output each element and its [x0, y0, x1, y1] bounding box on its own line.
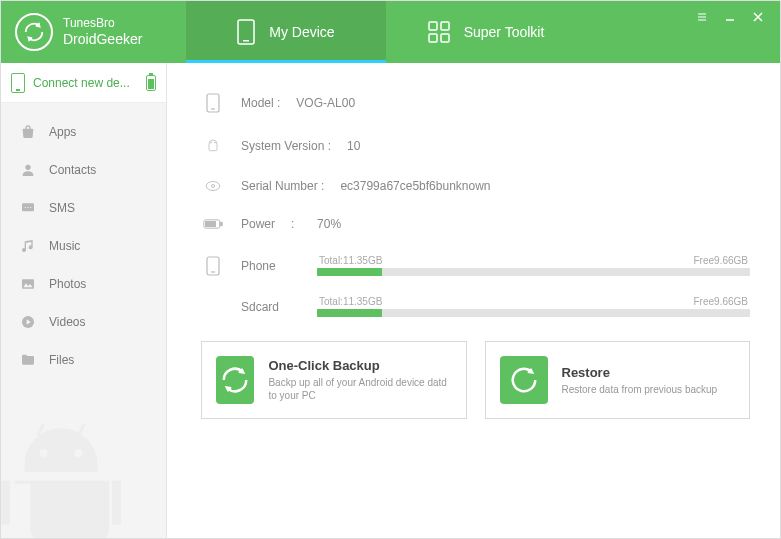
svg-point-9	[27, 207, 28, 208]
sidebar-item-apps[interactable]: Apps	[1, 113, 166, 151]
sidebar-item-contacts[interactable]: Contacts	[1, 151, 166, 189]
storage-sdcard-name: Sdcard	[241, 300, 301, 314]
info-row-serial: Serial Number ec3799a67ce5bf6bunknown	[201, 179, 750, 193]
battery-icon	[146, 75, 156, 91]
svg-point-20	[215, 142, 216, 143]
sidebar-item-photos[interactable]: Photos	[1, 265, 166, 303]
storage-sdcard-bar	[317, 309, 750, 317]
main-content: Model VOG-AL00 System Version 10 Serial …	[167, 63, 780, 538]
sidebar-label: Apps	[49, 125, 76, 139]
brand-logo-icon	[15, 13, 53, 51]
svg-rect-4	[429, 34, 437, 42]
person-icon	[19, 161, 37, 179]
tab-super-toolkit[interactable]: Super Toolkit	[386, 1, 586, 63]
sidebar-label: SMS	[49, 201, 75, 215]
info-row-system: System Version 10	[201, 137, 750, 155]
music-icon	[19, 237, 37, 255]
restore-desc: Restore data from previous backup	[562, 383, 718, 396]
backup-desc: Backp up all of your Android device datd…	[268, 376, 451, 402]
connected-device-label: Connect new de...	[33, 76, 138, 90]
phone-icon	[201, 93, 225, 113]
serial-label: Serial Number	[241, 179, 324, 193]
restore-icon	[500, 356, 548, 404]
close-button[interactable]	[750, 9, 766, 25]
sidebar-item-files[interactable]: Files	[1, 341, 166, 379]
phone-icon	[201, 256, 225, 276]
restore-button[interactable]: Restore Restore data from previous backu…	[485, 341, 751, 419]
brand-line1: TunesBro	[63, 16, 142, 30]
storage-phone-total: Total:11.35GB	[319, 255, 382, 266]
model-value: VOG-AL00	[296, 96, 355, 110]
svg-rect-24	[221, 222, 223, 225]
svg-point-8	[25, 207, 26, 208]
bag-icon	[19, 123, 37, 141]
restore-title: Restore	[562, 365, 718, 380]
sidebar-label: Videos	[49, 315, 85, 329]
svg-point-6	[25, 165, 30, 170]
image-icon	[19, 275, 37, 293]
brand: TunesBro DroidGeeker	[1, 1, 186, 63]
system-value: 10	[347, 139, 360, 153]
sidebar-item-videos[interactable]: Videos	[1, 303, 166, 341]
svg-rect-25	[206, 222, 216, 227]
tab-my-device-label: My Device	[269, 24, 334, 40]
sidebar-label: Files	[49, 353, 74, 367]
svg-rect-5	[441, 34, 449, 42]
storage-phone-name: Phone	[241, 259, 301, 273]
storage-phone-bar	[317, 268, 750, 276]
svg-rect-1	[243, 40, 249, 42]
serial-value: ec3799a67ce5bf6bunknown	[340, 179, 490, 193]
info-row-model: Model VOG-AL00	[201, 93, 750, 113]
sidebar-label: Music	[49, 239, 80, 253]
storage-row-phone: Phone Total:11.35GB Free9.66GB	[201, 255, 750, 276]
chip-icon	[201, 179, 225, 193]
svg-rect-3	[441, 22, 449, 30]
sidebar-item-music[interactable]: Music	[1, 227, 166, 265]
power-value: 70%	[317, 217, 341, 231]
sidebar-label: Contacts	[49, 163, 96, 177]
play-icon	[19, 313, 37, 331]
backup-title: One-Click Backup	[268, 358, 451, 373]
window-controls	[694, 1, 780, 63]
storage-sdcard-free: Free9.66GB	[694, 296, 748, 307]
storage-phone-free: Free9.66GB	[694, 255, 748, 266]
storage-row-sdcard: Sdcard Total:11.35GB Free9.66GB	[201, 296, 750, 317]
tab-my-device[interactable]: My Device	[186, 1, 386, 63]
brand-line2: DroidGeeker	[63, 31, 142, 48]
menu-button[interactable]	[694, 9, 710, 25]
phone-icon	[237, 19, 255, 45]
android-watermark-icon	[0, 418, 131, 539]
svg-point-16	[74, 449, 82, 457]
one-click-backup-button[interactable]: One-Click Backup Backp up all of your An…	[201, 341, 467, 419]
svg-point-21	[206, 182, 220, 191]
grid-icon	[428, 21, 450, 43]
phone-icon	[11, 73, 25, 93]
app-header: TunesBro DroidGeeker My Device Super Too…	[1, 1, 780, 63]
backup-icon	[216, 356, 254, 404]
android-icon	[201, 137, 225, 155]
minimize-button[interactable]	[722, 9, 738, 25]
battery-icon	[201, 218, 225, 230]
model-label: Model	[241, 96, 280, 110]
sidebar: Connect new de... Apps Contacts SMS Musi…	[1, 63, 167, 538]
svg-point-15	[39, 449, 47, 457]
system-label: System Version	[241, 139, 331, 153]
chat-icon	[19, 199, 37, 217]
svg-point-22	[212, 185, 215, 188]
sidebar-item-sms[interactable]: SMS	[1, 189, 166, 227]
folder-icon	[19, 351, 37, 369]
svg-rect-2	[429, 22, 437, 30]
connected-device-row[interactable]: Connect new de...	[1, 63, 166, 103]
svg-point-19	[211, 142, 212, 143]
info-row-power: Power: 70%	[201, 217, 750, 231]
storage-sdcard-total: Total:11.35GB	[319, 296, 382, 307]
svg-point-10	[30, 207, 31, 208]
tab-super-toolkit-label: Super Toolkit	[464, 24, 545, 40]
sidebar-label: Photos	[49, 277, 86, 291]
power-label: Power	[241, 217, 275, 231]
